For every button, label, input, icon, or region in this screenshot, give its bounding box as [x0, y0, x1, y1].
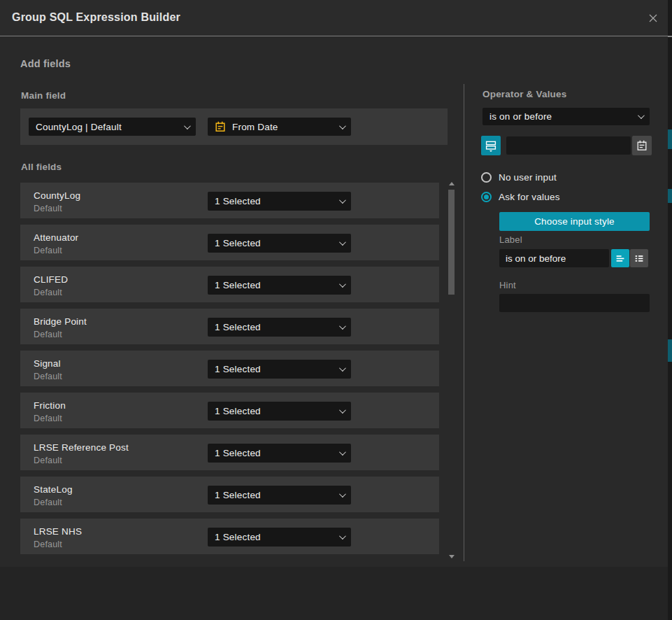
field-subtitle: Default	[34, 330, 62, 339]
field-values-dropdown[interactable]: 1 Selected	[208, 444, 351, 463]
field-subtitle: Default	[34, 414, 62, 423]
field-values-dropdown-value: 1 Selected	[215, 532, 339, 542]
field-values-dropdown-value: 1 Selected	[215, 196, 339, 206]
field-name: Signal	[34, 358, 61, 369]
all-fields-heading: All fields	[21, 162, 62, 172]
chevron-down-icon	[339, 365, 346, 372]
field-values-dropdown-value: 1 Selected	[215, 490, 339, 500]
radio-ask-for-values-label: Ask for values	[499, 192, 560, 202]
close-button[interactable]	[646, 11, 660, 25]
main-field-dropdown[interactable]: From Date	[208, 118, 351, 136]
field-row: LRSE Reference Post Default 1 Selected	[20, 435, 439, 470]
radio-no-user-input[interactable]: No user input	[481, 172, 557, 183]
values-stack-icon	[485, 140, 496, 152]
main-field-panel: CountyLog | Default From Date	[20, 108, 448, 145]
text-align-icon	[615, 253, 626, 264]
chevron-down-icon	[339, 239, 346, 246]
field-row: Friction Default 1 Selected	[20, 393, 439, 428]
field-name: Friction	[34, 400, 66, 411]
layer-dropdown[interactable]: CountyLog | Default	[29, 118, 196, 136]
dialog-title-bar: Group SQL Expression Builder	[0, 0, 668, 36]
field-row: Bridge Point Default 1 Selected	[20, 309, 439, 344]
field-values-dropdown-value: 1 Selected	[215, 238, 339, 248]
choose-input-style-button[interactable]: Choose input style	[499, 212, 650, 231]
scrollbar-thumb[interactable]	[448, 190, 455, 295]
field-name: LRSE Reference Post	[34, 442, 129, 453]
hint-caption: Hint	[499, 280, 516, 290]
chevron-down-icon	[184, 122, 191, 129]
scrollbar-up-arrow-icon[interactable]	[449, 182, 455, 185]
field-values-dropdown[interactable]: 1 Selected	[208, 318, 351, 337]
chevron-down-icon	[339, 491, 346, 498]
field-name: CLIFED	[34, 274, 68, 285]
list-icon	[634, 253, 645, 264]
scrollbar-down-arrow-icon[interactable]	[449, 555, 455, 558]
field-subtitle: Default	[34, 456, 62, 465]
field-name: CountyLog	[34, 190, 80, 201]
date-field-calendar-icon	[215, 121, 226, 132]
field-name: Bridge Point	[34, 316, 87, 327]
chevron-down-icon	[339, 323, 346, 330]
main-field-dropdown-value: From Date	[232, 122, 333, 132]
field-row: CLIFED Default 1 Selected	[20, 267, 439, 302]
chevron-down-icon	[339, 449, 346, 456]
background-fragment	[668, 339, 672, 362]
single-line-input-style-button[interactable]	[611, 249, 629, 267]
field-subtitle: Default	[34, 540, 62, 549]
chevron-down-icon	[339, 197, 346, 204]
screen: Group SQL Expression Builder Add fields …	[0, 0, 672, 620]
calendar-icon	[636, 140, 648, 151]
background-app-sliver	[668, 0, 672, 620]
chevron-down-icon	[339, 533, 346, 540]
field-values-dropdown[interactable]: 1 Selected	[208, 360, 351, 379]
operator-dropdown[interactable]: is on or before	[482, 108, 650, 125]
operator-dropdown-value: is on or before	[489, 111, 638, 122]
value-source-button[interactable]	[481, 136, 501, 155]
field-name: Attenuator	[34, 232, 78, 243]
field-values-dropdown[interactable]: 1 Selected	[208, 402, 351, 421]
background-fragment	[668, 189, 672, 203]
field-subtitle: Default	[34, 498, 62, 507]
layer-dropdown-value: CountyLog | Default	[36, 122, 184, 132]
radio-icon[interactable]	[481, 192, 492, 202]
list-input-style-button[interactable]	[630, 249, 648, 267]
field-row: Attenuator Default 1 Selected	[20, 225, 439, 260]
main-field-heading: Main field	[21, 90, 66, 101]
chevron-down-icon	[638, 112, 645, 119]
title-separator	[0, 36, 672, 36]
field-values-dropdown[interactable]: 1 Selected	[208, 528, 351, 547]
field-row: Signal Default 1 Selected	[20, 351, 439, 386]
chevron-down-icon	[339, 281, 346, 288]
field-subtitle: Default	[34, 246, 62, 255]
dialog-footer: OK Cancel	[0, 567, 668, 620]
add-fields-heading: Add fields	[20, 58, 71, 69]
radio-ask-for-values[interactable]: Ask for values	[481, 192, 560, 202]
field-values-dropdown[interactable]: 1 Selected	[208, 234, 351, 253]
chevron-down-icon	[339, 407, 346, 414]
dialog-title: Group SQL Expression Builder	[12, 11, 180, 24]
label-input[interactable]	[499, 249, 609, 267]
field-values-dropdown[interactable]: 1 Selected	[208, 192, 351, 211]
close-icon	[647, 12, 659, 24]
field-name: StateLog	[34, 484, 73, 495]
field-values-dropdown-value: 1 Selected	[215, 406, 339, 416]
field-values-dropdown-value: 1 Selected	[215, 322, 339, 332]
field-subtitle: Default	[34, 204, 62, 213]
all-fields-list: CountyLog Default 1 Selected Attenuator …	[20, 183, 439, 561]
vertical-divider	[464, 84, 464, 561]
date-picker-button[interactable]	[632, 136, 652, 155]
radio-icon[interactable]	[481, 172, 492, 183]
field-values-dropdown[interactable]: 1 Selected	[208, 486, 351, 505]
field-values-dropdown-value: 1 Selected	[215, 364, 339, 374]
chevron-down-icon	[339, 122, 346, 129]
date-value-input[interactable]	[506, 136, 631, 155]
field-values-dropdown-value: 1 Selected	[215, 448, 339, 458]
hint-input[interactable]	[499, 294, 650, 312]
field-row: LRSE NHS Default 1 Selected	[20, 519, 439, 554]
field-values-dropdown[interactable]: 1 Selected	[208, 276, 351, 295]
field-subtitle: Default	[34, 288, 62, 297]
operator-values-heading: Operator & Values	[482, 89, 566, 99]
radio-no-user-input-label: No user input	[499, 172, 557, 183]
field-values-dropdown-value: 1 Selected	[215, 280, 339, 290]
list-scrollbar[interactable]	[448, 181, 455, 560]
